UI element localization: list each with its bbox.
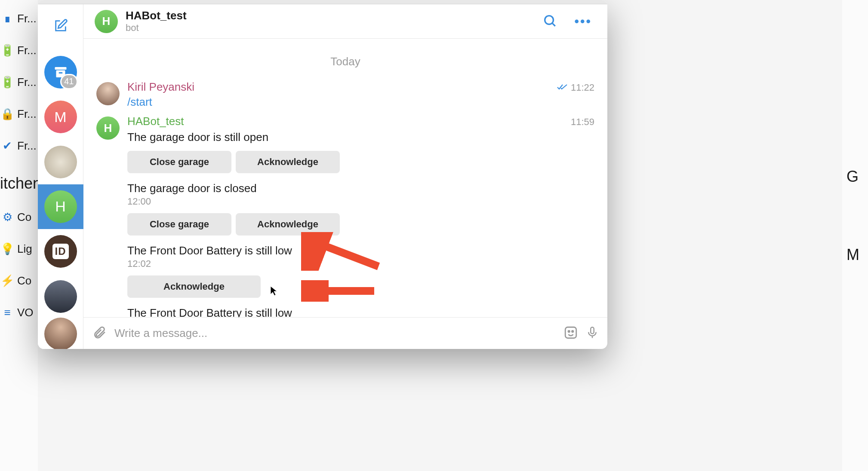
window-titlebar[interactable] [38, 0, 607, 4]
sidebar-chat-robot[interactable] [38, 274, 83, 319]
message-input[interactable] [114, 327, 556, 340]
sticker-icon[interactable] [563, 325, 578, 342]
mic-icon[interactable] [586, 325, 599, 342]
message-text: The Front Door Battery is still low [127, 243, 594, 258]
chat-sidebar: 41 M H ID [38, 4, 83, 349]
svg-point-6 [568, 330, 569, 332]
svg-line-4 [553, 23, 555, 26]
archive-badge: 41 [60, 74, 77, 89]
inline-button-acknowledge[interactable]: Acknowledge [236, 151, 340, 173]
chat-header: H HABot_test bot ••• [83, 4, 607, 39]
sidebar-chat-habot[interactable]: H [38, 184, 83, 229]
inline-button-acknowledge[interactable]: Acknowledge [236, 213, 340, 236]
header-avatar[interactable]: H [95, 10, 118, 33]
chat-subtitle: bot [126, 22, 529, 34]
sender-name[interactable]: Kiril Peyanski [127, 80, 194, 94]
read-checks-icon [557, 82, 567, 93]
message-input-bar [83, 317, 607, 349]
svg-point-7 [572, 330, 573, 332]
svg-point-3 [545, 15, 554, 24]
sidebar-chat-face[interactable] [38, 319, 83, 349]
svg-rect-0 [55, 67, 66, 70]
user-avatar[interactable] [96, 82, 120, 105]
sender-name[interactable]: HABot_test [127, 115, 184, 128]
command-text[interactable]: /start [127, 95, 594, 109]
bot-avatar[interactable]: H [96, 116, 120, 140]
background-left-panel: ∎Fr... 🔋Fr... 🔋Fr... 🔒Fr... ✔Fr... itche… [0, 0, 38, 471]
message-bot: H HABot_test 11:59 The garage door is st… [96, 115, 594, 317]
inline-button-close-garage[interactable]: Close garage [127, 213, 231, 236]
chat-main: H HABot_test bot ••• Today Kiril P [83, 4, 607, 349]
message-text: The garage door is closed [127, 181, 594, 196]
more-icon[interactable]: ••• [570, 14, 596, 29]
inline-button-acknowledge[interactable]: Acknowledge [127, 275, 261, 298]
message-time: 12:02 [127, 258, 594, 269]
search-icon[interactable] [537, 8, 562, 35]
sidebar-chat-id[interactable]: ID [38, 229, 83, 274]
chat-title[interactable]: HABot_test [126, 9, 529, 22]
compose-button[interactable] [44, 9, 77, 42]
sidebar-chat-group[interactable] [38, 139, 83, 184]
message-time: 11:59 [571, 116, 594, 128]
svg-rect-5 [565, 327, 576, 338]
message-user: Kiril Peyanski 11:22 /start [96, 80, 594, 109]
inline-button-close-garage[interactable]: Close garage [127, 151, 231, 173]
message-time: 11:22 [557, 82, 594, 93]
message-text: The garage door is still open [127, 130, 594, 145]
message-time: 12:00 [127, 196, 594, 207]
background-right-panel: G M [842, 0, 868, 471]
message-text: The Front Door Battery is still low [127, 306, 594, 317]
messages-pane[interactable]: Today Kiril Peyanski 11:22 [83, 39, 607, 317]
date-separator: Today [96, 55, 594, 68]
attach-icon[interactable] [92, 325, 107, 342]
sidebar-chat-archive[interactable]: 41 [38, 49, 83, 94]
svg-rect-2 [58, 72, 62, 73]
sidebar-chat-m[interactable]: M [38, 95, 83, 139]
telegram-window: 41 M H ID [38, 0, 607, 349]
svg-rect-8 [591, 327, 594, 333]
